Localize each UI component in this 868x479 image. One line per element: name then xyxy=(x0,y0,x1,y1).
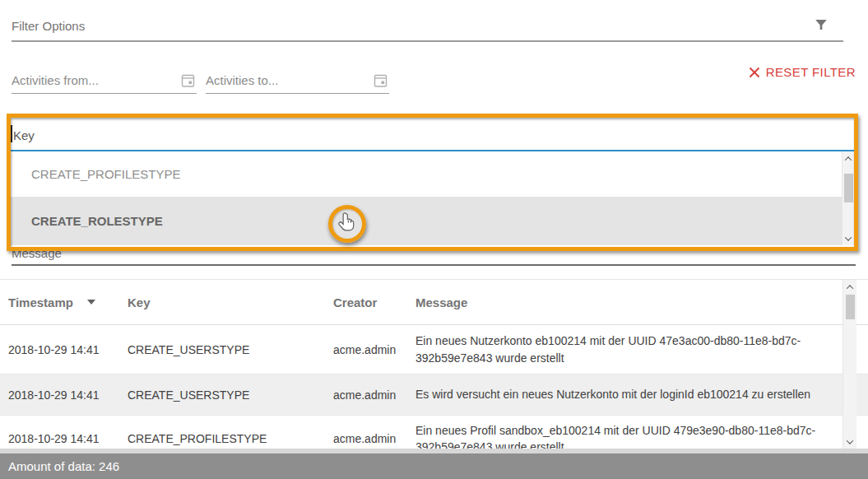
dropdown-option-create-profilestype[interactable]: CREATE_PROFILESTYPE xyxy=(11,151,854,197)
activities-to-field[interactable] xyxy=(206,71,389,94)
audit-activities-screen: Filter Options xyxy=(0,0,868,479)
column-header-message[interactable]: Message xyxy=(415,295,831,309)
table-row: 2018-10-29 14:41 CREATE_PROFILESTYPE acm… xyxy=(0,416,868,449)
chevron-down-icon[interactable] xyxy=(843,435,856,448)
key-cell: CREATE_USERSTYPE xyxy=(128,388,333,402)
table-header-row: Timestamp Key Creator Message xyxy=(0,280,868,325)
activities-from-field[interactable] xyxy=(12,71,197,94)
x-icon xyxy=(749,67,760,78)
creator-cell: acme.admin xyxy=(333,388,415,402)
amount-of-data-label: Amount of data: 246 xyxy=(8,459,119,473)
timestamp-cell: 2018-10-29 14:41 xyxy=(8,432,128,445)
table-scrollbar[interactable] xyxy=(842,280,856,449)
key-field[interactable] xyxy=(11,118,854,150)
calendar-icon[interactable] xyxy=(181,73,195,88)
reset-filter-button[interactable]: RESET FILTER xyxy=(749,65,856,79)
message-cell: Ein neues Profil sandbox_eb100214 mit de… xyxy=(415,422,831,449)
scrollbar-thumb[interactable] xyxy=(846,295,855,319)
message-field[interactable] xyxy=(12,244,856,266)
scrollbar-thumb[interactable] xyxy=(844,174,853,202)
dropdown-scrollbar[interactable] xyxy=(842,151,854,245)
timestamp-cell: 2018-10-29 14:41 xyxy=(8,343,128,356)
key-dropdown: CREATE_PROFILESTYPE CREATE_ROLESTYPE xyxy=(11,151,854,245)
activities-to-input[interactable] xyxy=(206,71,371,87)
key-input[interactable] xyxy=(11,118,854,150)
filter-icon[interactable] xyxy=(814,17,829,32)
chevron-down-icon[interactable] xyxy=(842,232,854,244)
filter-options-title: Filter Options xyxy=(12,19,85,33)
chevron-up-icon[interactable] xyxy=(842,152,854,165)
status-bar: Amount of data: 246 xyxy=(0,453,868,479)
message-cell: Es wird versucht ein neues Nutzerkonto m… xyxy=(415,386,831,402)
calendar-icon[interactable] xyxy=(374,73,388,88)
creator-cell: acme.admin xyxy=(333,432,415,445)
chevron-up-icon[interactable] xyxy=(843,281,856,293)
activities-from-input[interactable] xyxy=(12,71,179,87)
message-cell: Ein neues Nutzerkonto eb100214 mit der U… xyxy=(415,333,831,366)
column-header-creator[interactable]: Creator xyxy=(333,295,415,309)
column-header-label: Timestamp xyxy=(8,295,73,309)
key-cell: CREATE_PROFILESTYPE xyxy=(128,432,333,445)
table-row: 2018-10-29 14:41 CREATE_USERSTYPE acme.a… xyxy=(0,374,868,416)
key-cell: CREATE_USERSTYPE xyxy=(128,343,333,356)
dropdown-option-create-rolestype[interactable]: CREATE_ROLESTYPE xyxy=(11,197,854,245)
column-header-timestamp[interactable]: Timestamp xyxy=(8,295,128,309)
column-header-key[interactable]: Key xyxy=(128,295,333,309)
key-autocomplete-panel: CREATE_PROFILESTYPE CREATE_ROLESTYPE xyxy=(11,118,854,247)
text-caret xyxy=(11,125,12,142)
table-row: 2018-10-29 14:41 CREATE_USERSTYPE acme.a… xyxy=(0,325,868,374)
timestamp-cell: 2018-10-29 14:41 xyxy=(8,388,128,402)
sort-desc-icon xyxy=(87,300,95,305)
activities-table: Timestamp Key Creator Message 2018-10-29… xyxy=(0,279,868,449)
creator-cell: acme.admin xyxy=(333,343,415,356)
reset-filter-label: RESET FILTER xyxy=(766,65,856,79)
header-divider xyxy=(12,40,843,42)
